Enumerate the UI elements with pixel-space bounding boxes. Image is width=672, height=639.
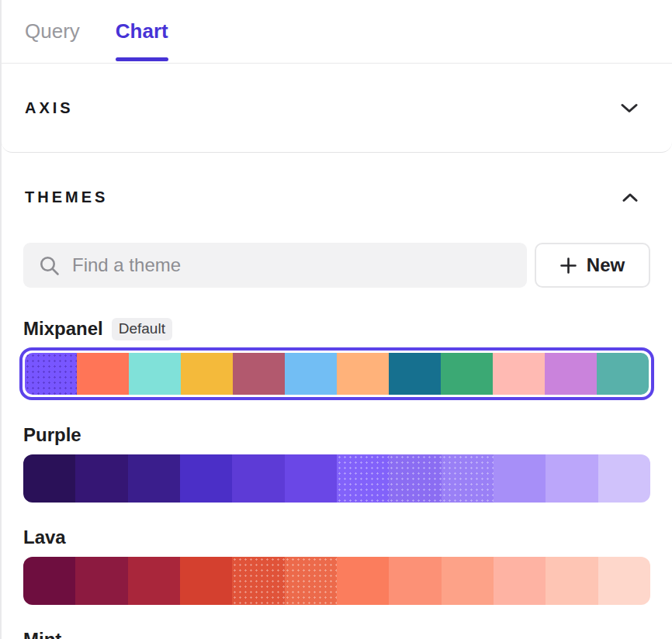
default-badge: Default [112, 318, 172, 340]
color-swatch [494, 454, 546, 503]
color-swatch [598, 557, 650, 605]
color-swatch [545, 353, 597, 395]
selected-theme-ring [19, 347, 654, 400]
color-swatch [232, 454, 284, 503]
themes-section-header[interactable]: THEMES [23, 188, 650, 206]
color-swatch [285, 557, 337, 605]
active-tab-underline [116, 57, 168, 61]
themes-section: THEMES New MixpanelDef [2, 153, 672, 639]
theme-item-purple[interactable]: Purple [23, 423, 650, 503]
tab-query[interactable]: Query [25, 0, 80, 63]
color-swatch [598, 454, 650, 503]
theme-item-mixpanel[interactable]: MixpanelDefault [23, 317, 650, 400]
color-swatch [597, 353, 649, 395]
color-swatch [180, 454, 232, 503]
theme-name: Mixpanel [23, 317, 103, 340]
color-swatch [442, 557, 494, 605]
color-swatch [442, 454, 494, 503]
chevron-up-icon[interactable] [622, 193, 638, 202]
color-swatch [389, 353, 441, 395]
color-swatch [77, 353, 129, 395]
new-button-label: New [587, 254, 625, 276]
color-swatch [129, 353, 181, 395]
theme-label-row: Mint [23, 628, 650, 639]
color-swatch [389, 454, 441, 503]
theme-search-box[interactable] [23, 243, 527, 288]
tab-chart[interactable]: Chart [116, 0, 168, 63]
tab-bar: Query Chart [2, 0, 672, 64]
color-swatch [337, 557, 389, 605]
new-theme-button[interactable]: New [535, 243, 650, 288]
color-swatch [546, 454, 598, 503]
theme-toolbar: New [23, 243, 650, 288]
color-swatch [285, 454, 337, 503]
color-swatch [180, 557, 232, 605]
color-swatch [337, 353, 389, 395]
theme-label-row: Purple [23, 423, 650, 447]
theme-name: Lava [23, 526, 66, 549]
color-swatch [337, 454, 389, 503]
color-swatch [75, 454, 127, 503]
search-input[interactable] [72, 254, 527, 276]
theme-label-row: MixpanelDefault [23, 317, 650, 340]
theme-swatch-row [23, 454, 650, 503]
theme-swatch-row [23, 557, 650, 605]
themes-section-title: THEMES [25, 188, 108, 206]
chevron-down-icon[interactable] [621, 103, 638, 113]
color-swatch [23, 454, 75, 503]
theme-list: MixpanelDefaultPurpleLavaMint [23, 317, 650, 639]
theme-label-row: Lava [23, 526, 650, 549]
color-swatch [441, 353, 493, 395]
color-swatch [493, 353, 545, 395]
color-swatch [25, 353, 77, 395]
color-swatch [389, 557, 441, 605]
theme-name: Purple [23, 423, 81, 447]
axis-section-title: AXIS [25, 99, 74, 117]
color-swatch [128, 454, 180, 503]
plus-icon [560, 257, 577, 274]
color-swatch [128, 557, 180, 605]
theme-item-lava[interactable]: Lava [23, 526, 650, 605]
axis-section[interactable]: AXIS [2, 64, 672, 153]
color-swatch [232, 557, 284, 605]
color-swatch [285, 353, 337, 395]
color-swatch [233, 353, 285, 395]
color-swatch [494, 557, 546, 605]
theme-name: Mint [23, 628, 61, 639]
theme-item-mint[interactable]: Mint [23, 628, 650, 639]
color-swatch [181, 353, 233, 395]
search-icon [39, 255, 60, 276]
chart-settings-panel: Query Chart AXIS THEMES [0, 0, 672, 639]
color-swatch [23, 557, 75, 605]
color-swatch [75, 557, 127, 605]
tab-chart-label: Chart [116, 19, 168, 43]
color-swatch [546, 557, 598, 605]
theme-swatch-row [25, 353, 649, 395]
